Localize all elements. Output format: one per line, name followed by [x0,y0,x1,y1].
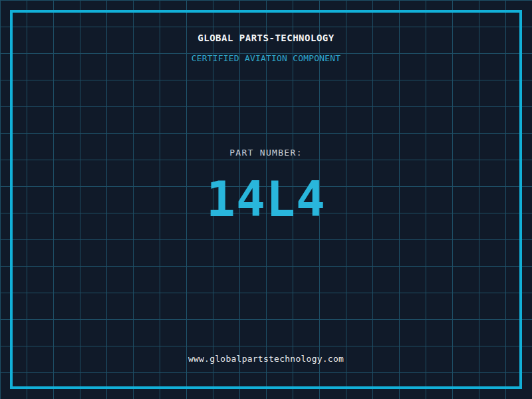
certification-subtitle: CERTIFIED AVIATION COMPONENT [0,54,532,63]
website-url: www.globalpartstechnology.com [0,354,532,363]
part-number-value: 14L4 [0,175,532,223]
company-name: GLOBAL PARTS-TECHNOLOGY [0,33,532,43]
part-number-label: PART NUMBER: [0,148,532,157]
